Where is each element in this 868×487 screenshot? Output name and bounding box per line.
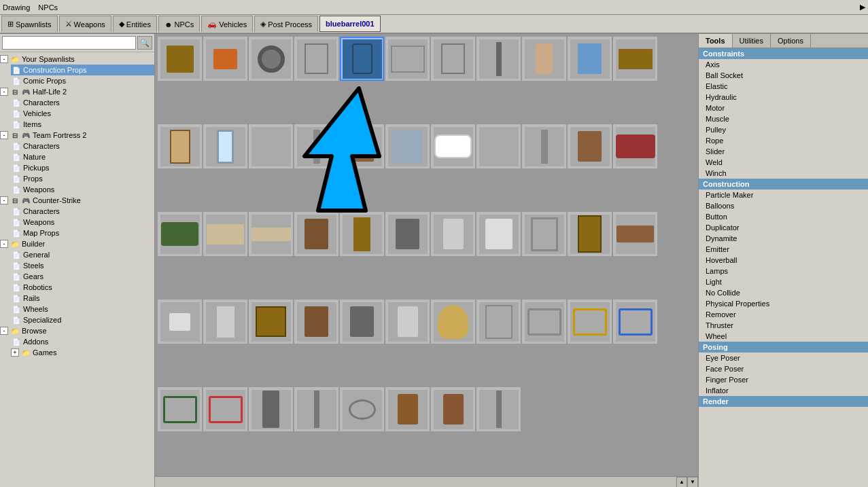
grid-item-fence2[interactable]: [249, 124, 293, 168]
grid-item-door[interactable]: [158, 124, 202, 168]
tree-root-your-spawnlists[interactable]: - Your Spawnlists: [0, 54, 154, 65]
grid-item-wheel[interactable]: [249, 37, 293, 81]
grid-item-fence[interactable]: [385, 37, 430, 81]
tree-root-half-life-2[interactable]: - ⊟ 🎮 Half-Life 2: [0, 86, 154, 97]
grid-item-fountain[interactable]: [385, 124, 430, 168]
grid-item-chair[interactable]: [568, 37, 612, 81]
search-input[interactable]: [2, 36, 136, 50]
right-item-no-collide[interactable]: No Collide: [699, 287, 868, 298]
right-item-eye-poser[interactable]: Eye Poser: [699, 353, 868, 363]
grid-item-washer[interactable]: [476, 212, 521, 256]
grid-item-heater[interactable]: [431, 212, 475, 256]
grid-item-post4[interactable]: [476, 387, 521, 431]
expand-browse[interactable]: -: [0, 327, 8, 335]
tab-post-process[interactable]: ◈ Post Process: [254, 16, 318, 32]
grid-item-post2[interactable]: [522, 124, 566, 168]
tree-item-cs-map-props[interactable]: Map Props: [11, 228, 154, 238]
grid-item-panel2[interactable]: [431, 37, 475, 81]
grid-item-sofa[interactable]: [613, 124, 657, 168]
tree-item-builder-rails[interactable]: Rails: [11, 293, 154, 304]
tree-item-browse-addons[interactable]: Addons: [11, 336, 154, 347]
grid-item-cage-green[interactable]: [158, 387, 202, 431]
grid-item-fridge[interactable]: [203, 300, 247, 344]
grid-item-table[interactable]: [613, 37, 657, 81]
tab-vehicles[interactable]: 🚗 Vehicles: [201, 16, 253, 32]
grid-item-stove2[interactable]: [340, 300, 384, 344]
expand-half-life-2[interactable]: -: [0, 88, 8, 96]
right-item-pulley[interactable]: Pulley: [699, 124, 868, 135]
grid-item-rusted[interactable]: [431, 387, 475, 431]
right-item-muscle[interactable]: Muscle: [699, 113, 868, 124]
expand-your-spawnlists[interactable]: -: [0, 55, 8, 63]
tree-item-hl2-items[interactable]: Items: [11, 119, 154, 130]
grid-item-rod[interactable]: [476, 37, 521, 81]
expand-cs[interactable]: -: [0, 196, 8, 204]
grid-area[interactable]: [155, 34, 698, 476]
right-item-particle-maker[interactable]: Particle Maker: [699, 190, 868, 200]
tree-root-builder[interactable]: - Builder: [0, 238, 154, 249]
right-item-balloons[interactable]: Balloons: [699, 200, 868, 211]
search-button[interactable]: 🔍: [137, 36, 152, 50]
grid-item-post[interactable]: [294, 124, 338, 168]
right-item-wheel[interactable]: Wheel: [699, 331, 868, 342]
expand-browse-games[interactable]: +: [11, 348, 19, 357]
tree-item-cs-weapons[interactable]: Weapons: [11, 217, 154, 228]
right-item-hoverball[interactable]: Hoverball: [699, 255, 868, 266]
grid-item-barrel2[interactable]: [522, 37, 566, 81]
right-item-elastic[interactable]: Elastic: [699, 81, 868, 92]
right-item-hydraulic[interactable]: Hydraulic: [699, 92, 868, 103]
right-item-winch[interactable]: Winch: [699, 168, 868, 179]
scroll-down-btn[interactable]: ▼: [687, 477, 698, 488]
tree-root-browse[interactable]: - Browse: [0, 325, 154, 336]
grid-item-panel[interactable]: [294, 37, 338, 81]
right-item-axis[interactable]: Axis: [699, 59, 868, 70]
tree-item-builder-steels[interactable]: Steels: [11, 260, 154, 271]
right-item-lamps[interactable]: Lamps: [699, 266, 868, 276]
tree-item-tf2-nature[interactable]: Nature: [11, 151, 154, 162]
menu-drawing[interactable]: Drawing: [3, 3, 30, 12]
right-item-duplicator[interactable]: Duplicator: [699, 222, 868, 233]
grid-item-mirror[interactable]: [203, 124, 247, 168]
tab-spawnlists[interactable]: ⊞ Spawnlists: [1, 16, 58, 32]
tree-item-builder-robotics[interactable]: Robotics: [11, 282, 154, 293]
right-item-finger-poser[interactable]: Finger Poser: [699, 374, 868, 385]
tree-item-tf2-pickups[interactable]: Pickups: [11, 162, 154, 173]
grid-item-greensofa[interactable]: [158, 212, 202, 256]
expand-tf2[interactable]: -: [0, 131, 8, 139]
grid-item-tub[interactable]: [431, 124, 475, 168]
grid-item-bench[interactable]: [613, 212, 657, 256]
tree-item-hl2-characters[interactable]: Characters: [11, 97, 154, 108]
tree-item-cs-characters[interactable]: Characters: [11, 206, 154, 217]
grid-item-crate[interactable]: [249, 300, 293, 344]
menu-npcs[interactable]: NPCs: [38, 3, 58, 12]
tree-item-builder-general[interactable]: General: [11, 249, 154, 260]
right-item-inflator[interactable]: Inflator: [699, 385, 868, 396]
right-tab-options[interactable]: Options: [771, 34, 811, 48]
grid-item-woodchair2[interactable]: [568, 124, 612, 168]
tree-item-tf2-props[interactable]: Props: [11, 173, 154, 184]
tree-root-cs[interactable]: - ⊟ 🎮 Counter-Strike: [0, 195, 154, 206]
right-item-remover[interactable]: Remover: [699, 309, 868, 320]
right-item-thruster[interactable]: Thruster: [699, 320, 868, 331]
grid-item-woodchair[interactable]: [340, 124, 384, 168]
grid-item-door2[interactable]: [568, 212, 612, 256]
grid-item-barrel3[interactable]: [385, 387, 430, 431]
tree-item-comic-props[interactable]: Comic Props: [11, 75, 154, 86]
tree-item-tf2-characters[interactable]: Characters: [11, 141, 154, 151]
expand-builder[interactable]: -: [0, 240, 8, 248]
grid-item-bars[interactable]: [476, 300, 521, 344]
right-item-light[interactable]: Light: [699, 276, 868, 287]
grid-item-tower[interactable]: [249, 387, 293, 431]
scroll-up-btn[interactable]: ▲: [676, 477, 687, 488]
grid-item-dresser2[interactable]: [294, 300, 338, 344]
tab-bluebarrel[interactable]: bluebarrel001: [319, 16, 381, 32]
right-item-face-poser[interactable]: Face Poser: [699, 363, 868, 374]
tab-entities[interactable]: ◆ Entities: [113, 16, 157, 32]
grid-item-heater2[interactable]: [385, 300, 430, 344]
right-item-physical-properties[interactable]: Physical Properties: [699, 298, 868, 309]
tree-item-hl2-vehicles[interactable]: Vehicles: [11, 108, 154, 119]
grid-item-cage[interactable]: [522, 300, 566, 344]
grid-item-gate[interactable]: [522, 212, 566, 256]
grid-item-flatpanel[interactable]: [249, 212, 293, 256]
grid-item-mattress[interactable]: [203, 212, 247, 256]
